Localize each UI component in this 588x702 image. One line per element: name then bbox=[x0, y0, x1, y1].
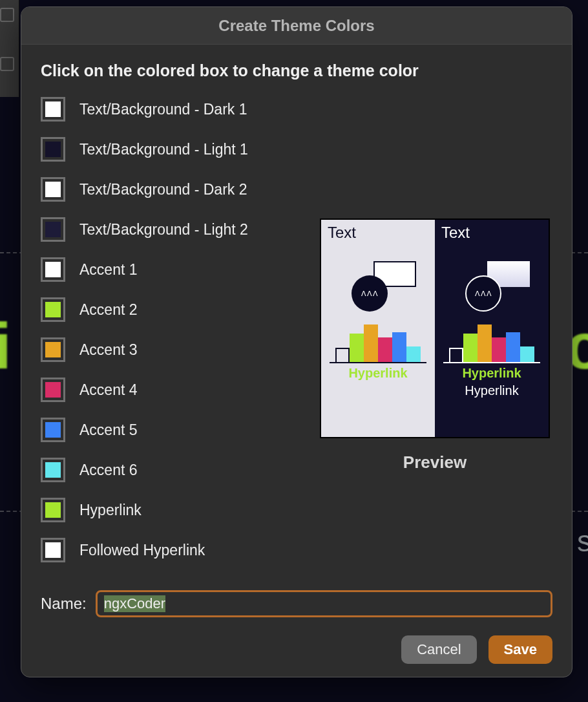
color-swatch-inner bbox=[45, 382, 61, 398]
preview-bar bbox=[492, 337, 506, 362]
preview-bar bbox=[335, 348, 350, 362]
color-swatch-accent2[interactable] bbox=[41, 297, 65, 322]
preview-bar bbox=[520, 346, 534, 362]
preview-bar bbox=[506, 332, 520, 362]
color-swatch-dark1[interactable] bbox=[41, 97, 65, 122]
create-theme-colors-dialog: Create Theme Colors Click on the colored… bbox=[21, 6, 572, 677]
color-swatch-accent5[interactable] bbox=[41, 418, 65, 442]
color-label-hyperlink: Hyperlink bbox=[79, 502, 142, 519]
bg-slide-text: i bbox=[0, 309, 11, 383]
save-button[interactable]: Save bbox=[488, 635, 552, 664]
theme-name-input[interactable] bbox=[96, 590, 552, 617]
color-row-accent4: Accent 4 bbox=[41, 378, 299, 402]
color-swatch-accent3[interactable] bbox=[41, 337, 65, 362]
dialog-title: Create Theme Colors bbox=[21, 7, 572, 45]
color-swatch-accent4[interactable] bbox=[41, 378, 65, 402]
color-swatch-inner bbox=[45, 342, 61, 357]
color-label-accent4: Accent 4 bbox=[79, 381, 138, 399]
color-row-accent3: Accent 3 bbox=[41, 337, 299, 362]
color-label-dark2: Text/Background - Dark 2 bbox=[79, 181, 247, 198]
preview-shapes: ᐱᐱᐱ bbox=[336, 261, 420, 319]
color-swatch-light1[interactable] bbox=[41, 137, 65, 162]
color-row-light2: Text/Background - Light 2 bbox=[41, 217, 299, 242]
preview-bar bbox=[378, 337, 392, 362]
color-row-dark2: Text/Background - Dark 2 bbox=[41, 177, 299, 202]
color-swatch-inner bbox=[45, 542, 61, 558]
color-label-accent2: Accent 2 bbox=[79, 301, 138, 319]
color-swatch-inner bbox=[45, 462, 61, 478]
preview-followed-hyperlink-label: Hyperlink bbox=[465, 383, 518, 398]
color-swatch-inner bbox=[45, 502, 61, 518]
color-swatch-light2[interactable] bbox=[41, 217, 65, 242]
name-row: Name: bbox=[41, 590, 552, 617]
color-row-followed: Followed Hyperlink bbox=[41, 538, 299, 562]
preview-caption: Preview bbox=[403, 452, 467, 473]
color-swatch-inner bbox=[45, 422, 61, 438]
preview-hyperlink-label: Hyperlink bbox=[462, 366, 521, 381]
preview-shapes: ᐱᐱᐱ bbox=[450, 261, 534, 319]
bg-slide-subtext: s bbox=[577, 524, 588, 558]
preview-bar bbox=[449, 348, 463, 362]
preview-light-panel: Text ᐱᐱᐱ Hyperlink bbox=[321, 220, 435, 437]
dialog-instruction: Click on the colored box to change a the… bbox=[41, 61, 552, 80]
dialog-title-text: Create Theme Colors bbox=[218, 17, 374, 35]
color-swatch-inner bbox=[45, 101, 61, 117]
preview-bar bbox=[478, 324, 492, 362]
name-label: Name: bbox=[41, 595, 87, 613]
cancel-button[interactable]: Cancel bbox=[401, 635, 476, 664]
color-row-hyperlink: Hyperlink bbox=[41, 498, 299, 522]
color-label-accent5: Accent 5 bbox=[79, 421, 138, 439]
dialog-buttons: Cancel Save bbox=[41, 635, 552, 664]
preview-bar bbox=[364, 324, 378, 362]
preview-mini-chart bbox=[330, 322, 426, 363]
preview-bar bbox=[406, 346, 421, 362]
color-row-accent6: Accent 6 bbox=[41, 458, 299, 482]
color-swatch-accent1[interactable] bbox=[41, 257, 65, 282]
zigzag-icon: ᐱᐱᐱ bbox=[361, 290, 379, 298]
color-swatch-accent6[interactable] bbox=[41, 458, 65, 482]
color-row-dark1: Text/Background - Dark 1 bbox=[41, 97, 299, 122]
preview-bar bbox=[463, 334, 478, 362]
preview-mini-chart bbox=[443, 322, 540, 363]
obscured-toolbar bbox=[0, 0, 19, 97]
color-swatch-inner bbox=[45, 222, 61, 237]
color-swatch-inner bbox=[45, 182, 61, 197]
preview-box: Text ᐱᐱᐱ Hyperlink Text ᐱᐱᐱ bbox=[320, 218, 550, 438]
zigzag-icon: ᐱᐱᐱ bbox=[475, 290, 492, 298]
color-label-dark1: Text/Background - Dark 1 bbox=[79, 101, 247, 118]
preview-circle-icon: ᐱᐱᐱ bbox=[352, 275, 388, 312]
color-label-followed: Followed Hyperlink bbox=[79, 542, 205, 559]
preview-column: Text ᐱᐱᐱ Hyperlink Text ᐱᐱᐱ bbox=[317, 97, 552, 584]
preview-dark-panel: Text ᐱᐱᐱ Hyperlink Hyperlink bbox=[435, 220, 549, 437]
color-label-accent3: Accent 3 bbox=[79, 341, 138, 359]
color-swatch-followed[interactable] bbox=[41, 538, 65, 562]
color-row-accent1: Accent 1 bbox=[41, 257, 299, 282]
color-row-accent2: Accent 2 bbox=[41, 297, 299, 322]
color-label-light2: Text/Background - Light 2 bbox=[79, 221, 248, 239]
color-row-light1: Text/Background - Light 1 bbox=[41, 137, 299, 162]
preview-bar bbox=[350, 334, 364, 362]
preview-hyperlink-label: Hyperlink bbox=[348, 366, 407, 381]
color-label-light1: Text/Background - Light 1 bbox=[79, 141, 248, 158]
preview-circle-icon: ᐱᐱᐱ bbox=[465, 275, 501, 312]
color-swatch-inner bbox=[45, 302, 61, 317]
color-swatch-dark2[interactable] bbox=[41, 177, 65, 202]
color-swatch-inner bbox=[45, 262, 61, 277]
color-swatch-inner bbox=[45, 142, 61, 157]
preview-text-label: Text bbox=[328, 224, 356, 242]
theme-color-list: Text/Background - Dark 1Text/Background … bbox=[41, 97, 299, 584]
preview-bar bbox=[392, 332, 406, 362]
color-row-accent5: Accent 5 bbox=[41, 418, 299, 442]
color-label-accent6: Accent 6 bbox=[79, 462, 138, 479]
color-swatch-hyperlink[interactable] bbox=[41, 498, 65, 522]
preview-text-label: Text bbox=[441, 224, 470, 242]
color-label-accent1: Accent 1 bbox=[79, 261, 138, 279]
